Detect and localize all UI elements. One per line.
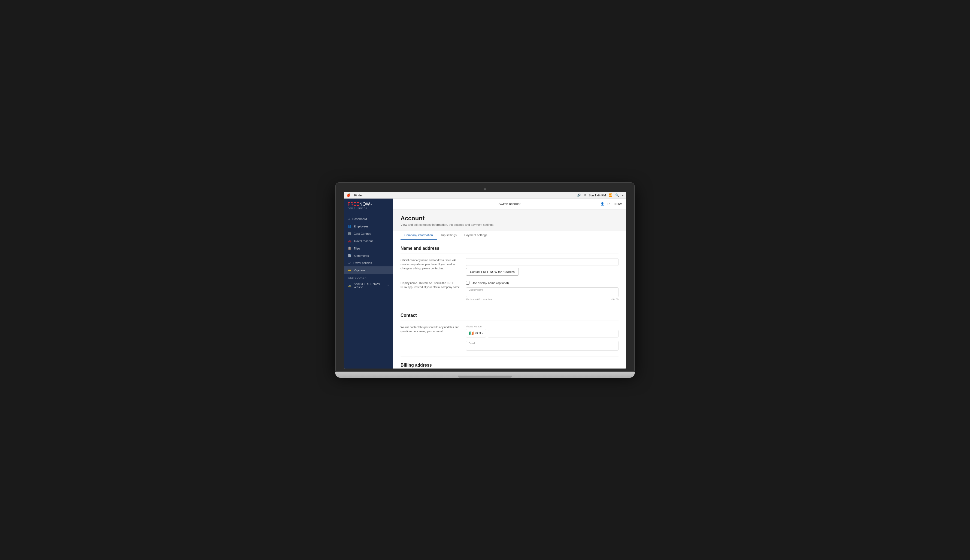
- wifi-icon: 📶: [609, 193, 613, 197]
- sidebar-item-employees-label: Employees: [354, 225, 368, 228]
- trips-icon: 📋: [348, 247, 352, 250]
- name-and-address-title: Name and address: [401, 246, 618, 254]
- display-name-counter: 49 / 60: [611, 298, 618, 301]
- official-name-row: Official company name and address. Your …: [401, 258, 618, 276]
- sidebar-item-trips-label: Trips: [354, 247, 360, 250]
- official-name-description: Official company name and address. Your …: [401, 258, 461, 276]
- sidebar-item-travel-policies[interactable]: 🛡 Travel policies: [344, 259, 393, 267]
- contact-fields: Phone Number 🇮🇪 +353 ▾: [466, 325, 618, 350]
- phone-number-input[interactable]: [488, 330, 618, 337]
- dashboard-icon: ⊞: [348, 217, 350, 221]
- sidebar-item-payment[interactable]: 💳 Payment: [344, 267, 393, 274]
- display-name-input[interactable]: [466, 287, 618, 297]
- sidebar: FREENOW✓ FOR BUSINESS ⊞ Dashboard 👥 Empl…: [344, 198, 393, 368]
- user-label: FREE NOW: [606, 202, 622, 206]
- official-name-fields: Contact FREE NOW for Business: [466, 258, 618, 276]
- bluetooth-icon: 𝔹: [584, 193, 586, 197]
- page-title: Account: [401, 215, 618, 222]
- display-name-fields: Use display name (optional) Display name…: [466, 281, 618, 301]
- finder-label: Finder: [354, 194, 363, 197]
- top-header: Switch account 👤 FREE NOW: [393, 198, 626, 210]
- statements-icon: 📄: [348, 254, 352, 257]
- email-input[interactable]: [466, 341, 618, 350]
- cost-centres-icon: 🏢: [348, 232, 352, 235]
- phone-number-label: Phone Number: [466, 325, 618, 328]
- ireland-flag-icon: 🇮🇪: [469, 331, 474, 335]
- payment-icon: 💳: [348, 268, 352, 272]
- travel-reasons-icon: 🚗: [348, 239, 352, 243]
- logo-free: FREE: [348, 202, 359, 207]
- book-vehicle-icon: 🚕: [348, 284, 352, 287]
- sidebar-item-cost-centres-label: Cost Centres: [354, 232, 371, 235]
- phone-code-label: +353: [475, 332, 481, 335]
- web-booker-section-label: WEB BOOKER: [344, 274, 393, 280]
- display-name-hint: Maximum 60 characters: [466, 298, 492, 301]
- sidebar-item-statements-label: Statements: [354, 254, 369, 257]
- tab-company-information[interactable]: Company information: [401, 231, 437, 240]
- contact-free-now-button[interactable]: Contact FREE NOW for Business: [466, 268, 519, 276]
- sidebar-item-travel-policies-label: Travel policies: [353, 261, 372, 265]
- phone-number-group: 🇮🇪 +353 ▾: [466, 329, 618, 337]
- sidebar-item-cost-centres[interactable]: 🏢 Cost Centres: [344, 230, 393, 237]
- sidebar-item-statements[interactable]: 📄 Statements: [344, 252, 393, 259]
- switch-account-label: Switch account: [499, 202, 521, 206]
- sidebar-item-payment-label: Payment: [354, 268, 366, 272]
- contact-row: We will contact this person with any upd…: [401, 325, 618, 350]
- contact-description: We will contact this person with any upd…: [401, 325, 461, 350]
- sidebar-item-trips[interactable]: 📋 Trips: [344, 245, 393, 252]
- menu-bar: 🍎 Finder 🔊 𝔹 Sun 1:44 PM 📶 🔍 ≡: [344, 192, 626, 198]
- sidebar-item-book-vehicle-label: Book a FREE NOW vehicle: [354, 282, 385, 289]
- official-name-description-text: Official company name and address. Your …: [401, 258, 461, 270]
- display-name-field-label: Display name: [469, 288, 484, 291]
- display-name-description: Display name. This will be used in the F…: [401, 281, 461, 301]
- switch-account-button[interactable]: Switch account: [499, 202, 521, 206]
- display-name-description-text: Display name. This will be used in the F…: [401, 281, 461, 289]
- menu-icon[interactable]: ≡: [622, 194, 623, 197]
- time-label: Sun 1:44 PM: [589, 194, 606, 197]
- display-name-field-wrapper: Display name: [466, 287, 618, 297]
- sidebar-item-book-vehicle[interactable]: 🚕 Book a FREE NOW vehicle ↗: [344, 280, 393, 291]
- logo-now: NOW: [359, 202, 370, 207]
- sidebar-item-dashboard-label: Dashboard: [352, 217, 367, 221]
- sidebar-item-travel-reasons[interactable]: 🚗 Travel reasons: [344, 237, 393, 245]
- contact-section-title: Contact: [401, 313, 618, 321]
- tab-payment-settings[interactable]: Payment settings: [461, 231, 491, 240]
- display-name-row: Display name. This will be used in the F…: [401, 281, 618, 301]
- logo-sub: FOR BUSINESS: [348, 207, 389, 210]
- sidebar-navigation: ⊞ Dashboard 👥 Employees 🏢 Cost Centres: [344, 213, 393, 293]
- sidebar-item-dashboard[interactable]: ⊞ Dashboard: [344, 215, 393, 223]
- official-name-input[interactable]: [466, 258, 618, 266]
- laptop-base: [335, 372, 635, 378]
- section-divider-1: [401, 307, 618, 307]
- laptop-camera: [484, 188, 486, 190]
- volume-icon: 🔊: [577, 193, 581, 197]
- page-header: Account View and edit company informatio…: [393, 210, 626, 231]
- content-wrapper: Switch account 👤 FREE NOW Account View a…: [393, 198, 626, 368]
- section-divider-2: [401, 357, 618, 357]
- display-name-hints: Maximum 60 characters 49 / 60: [466, 298, 618, 301]
- external-link-icon: ↗: [387, 284, 389, 287]
- apple-logo-icon[interactable]: 🍎: [347, 193, 351, 197]
- phone-dropdown-chevron-icon: ▾: [482, 332, 483, 335]
- travel-policies-icon: 🛡: [348, 261, 351, 265]
- use-display-name-row: Use display name (optional): [466, 281, 618, 285]
- tab-trip-settings[interactable]: Trip settings: [437, 231, 461, 240]
- email-field-wrapper: Email: [466, 341, 618, 350]
- sidebar-item-travel-reasons-label: Travel reasons: [354, 239, 373, 243]
- search-icon[interactable]: 🔍: [615, 193, 619, 197]
- contact-description-text: We will contact this person with any upd…: [401, 325, 461, 333]
- employees-icon: 👥: [348, 225, 352, 228]
- sidebar-item-employees[interactable]: 👥 Employees: [344, 223, 393, 230]
- tabs-bar: Company information Trip settings Paymen…: [393, 231, 626, 240]
- header-user: 👤 FREE NOW: [601, 202, 622, 206]
- use-display-name-checkbox[interactable]: [466, 281, 469, 285]
- page-subtitle: View and edit company information, trip …: [401, 223, 618, 226]
- use-display-name-label: Use display name (optional): [472, 282, 509, 285]
- sidebar-logo: FREENOW✓ FOR BUSINESS: [344, 198, 393, 213]
- billing-address-title: Billing address: [401, 363, 618, 368]
- main-content: Name and address Official company name a…: [393, 240, 626, 368]
- content-area: Account View and edit company informatio…: [393, 210, 626, 368]
- user-icon: 👤: [601, 202, 604, 206]
- phone-country-selector[interactable]: 🇮🇪 +353 ▾: [466, 329, 486, 337]
- logo-check: ✓: [370, 203, 373, 207]
